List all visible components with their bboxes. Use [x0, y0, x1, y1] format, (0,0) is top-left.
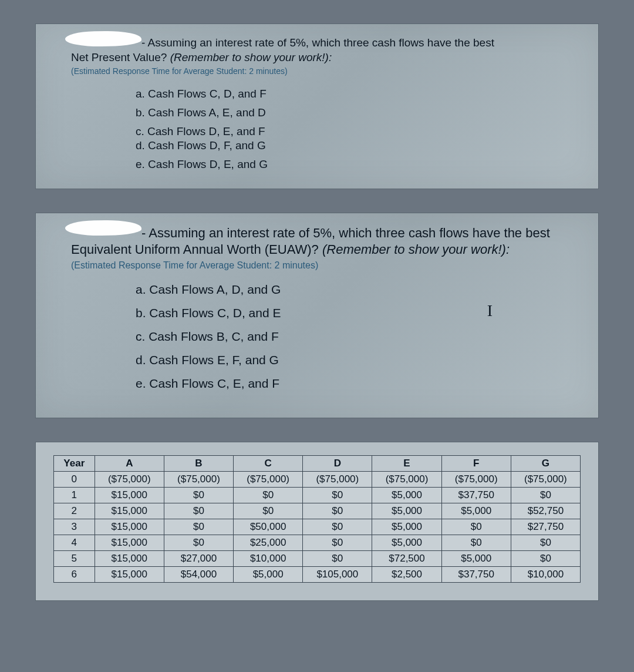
table-cell: $15,000: [95, 487, 164, 503]
table-cell: $2,500: [372, 566, 441, 582]
q2-opt-c: c. Cash Flows B, C, and F: [136, 330, 575, 344]
table-cell: $15,000: [95, 550, 164, 566]
q2-opt-d: d. Cash Flows E, F, and G: [136, 353, 575, 367]
col-c: C: [234, 455, 303, 471]
table-cell: $0: [164, 535, 233, 550]
q2-options: a. Cash Flows A, D, and G b. Cash Flows …: [136, 283, 575, 391]
col-b: B: [164, 455, 233, 471]
q2-opt-a: a. Cash Flows A, D, and G: [136, 283, 575, 297]
table-cell: $10,000: [234, 550, 303, 566]
table-cell: $50,000: [234, 519, 303, 535]
table-cell: $25,000: [234, 535, 303, 550]
table-cell: ($75,000): [303, 471, 372, 487]
table-row: 1$15,000$0$0$0$5,000$37,750$0: [54, 487, 581, 503]
table-cell: $37,750: [441, 487, 511, 503]
table-cell: 5: [54, 550, 95, 566]
table-cell: $0: [511, 535, 580, 550]
q1-prompt: - Assuming an interest rate of 5%, which…: [71, 36, 575, 77]
q1-lead: - Assuming an interest rate of 5%, which…: [141, 36, 575, 51]
table-cell: $0: [441, 519, 511, 535]
col-year: Year: [54, 455, 95, 471]
table-cell: 3: [54, 519, 95, 535]
table-cell: 0: [54, 471, 95, 487]
table-cell: $15,000: [95, 535, 164, 550]
table-cell: $27,000: [164, 550, 233, 566]
table-cell: $37,750: [441, 566, 511, 582]
table-cell: $0: [303, 503, 372, 519]
table-cell: $10,000: [511, 566, 580, 582]
table-cell: ($75,000): [95, 471, 164, 487]
table-row: 4$15,000$0$25,000$0$5,000$0$0: [54, 535, 581, 550]
table-cell: ($75,000): [372, 471, 441, 487]
q1-line2b: (Remember to show your work!):: [170, 51, 332, 63]
table-cell: $72,500: [372, 550, 441, 566]
q1-opt-c: c. Cash Flows D, E, and F: [136, 125, 575, 138]
table-cell: $15,000: [95, 503, 164, 519]
table-cell: $5,000: [372, 519, 441, 535]
q2-line2a: Equivalent Uniform Annual Worth (EUAW)?: [71, 242, 322, 257]
table-cell: $0: [441, 535, 511, 550]
q1-line2a: Net Present Value?: [71, 51, 170, 63]
text-cursor-icon: I: [487, 301, 493, 320]
q1-opt-e: e. Cash Flows D, E, and G: [136, 158, 575, 171]
q1-opt-a: a. Cash Flows C, D, and F: [136, 88, 575, 100]
table-cell: $0: [234, 503, 303, 519]
q1-opt-d: d. Cash Flows D, F, and G: [136, 139, 575, 152]
q1-opt-b: b. Cash Flows A, E, and D: [136, 106, 575, 119]
table-cell: $0: [303, 487, 372, 503]
col-a: A: [95, 455, 164, 471]
table-cell: $5,000: [441, 503, 511, 519]
table-cell: $0: [511, 487, 580, 503]
q2-opt-e: e. Cash Flows C, E, and F: [136, 377, 575, 391]
q1-estimate: (Estimated Response Time for Average Stu…: [71, 66, 575, 76]
table-cell: $0: [164, 503, 233, 519]
table-cell: $0: [303, 535, 372, 550]
q2-opt-b: b. Cash Flows C, D, and E: [136, 306, 575, 320]
q2-line2b: (Remember to show your work!):: [322, 242, 510, 257]
table-cell: $54,000: [164, 566, 233, 582]
col-f: F: [441, 455, 511, 471]
table-cell: $0: [303, 519, 372, 535]
table-cell: 4: [54, 535, 95, 550]
table-cell: $15,000: [95, 519, 164, 535]
table-cell: ($75,000): [441, 471, 511, 487]
table-cell: $15,000: [95, 566, 164, 582]
table-cell: $0: [303, 550, 372, 566]
table-cell: ($75,000): [234, 471, 303, 487]
table-row: 3$15,000$0$50,000$0$5,000$0$27,750: [54, 519, 581, 535]
table-cell: 1: [54, 487, 95, 503]
q2-estimate: (Estimated Response Time for Average Stu…: [71, 260, 575, 272]
table-row: 5$15,000$27,000$10,000$0$72,500$5,000$0: [54, 550, 581, 566]
cashflow-table: Year A B C D E F G 0($75,000)($75,000)($…: [53, 455, 581, 583]
table-cell: $27,750: [511, 519, 580, 535]
table-cell: $5,000: [372, 487, 441, 503]
table-cell: $0: [164, 487, 233, 503]
table-cell: $0: [164, 519, 233, 535]
redaction-mark: [65, 219, 141, 236]
table-cell: ($75,000): [511, 471, 580, 487]
table-cell: ($75,000): [164, 471, 233, 487]
question-2-block: I - Assuming an interest rate of 5%, whi…: [35, 213, 599, 418]
table-cell: $5,000: [372, 503, 441, 519]
table-cell: $0: [511, 550, 580, 566]
col-g: G: [511, 455, 580, 471]
table-cell: 2: [54, 503, 95, 519]
table-header-row: Year A B C D E F G: [54, 455, 581, 471]
col-e: E: [372, 455, 441, 471]
table-row: 0($75,000)($75,000)($75,000)($75,000)($7…: [54, 471, 581, 487]
q2-lead: - Assuming an interest rate of 5%, which…: [141, 225, 575, 242]
table-cell: $52,750: [511, 503, 580, 519]
table-cell: $5,000: [234, 566, 303, 582]
table-row: 2$15,000$0$0$0$5,000$5,000$52,750: [54, 503, 581, 519]
table-cell: $0: [234, 487, 303, 503]
table-row: 6$15,000$54,000$5,000$105,000$2,500$37,7…: [54, 566, 581, 582]
table-cell: 6: [54, 566, 95, 582]
cashflow-table-block: Year A B C D E F G 0($75,000)($75,000)($…: [35, 442, 599, 601]
q1-options: a. Cash Flows C, D, and F b. Cash Flows …: [136, 88, 575, 171]
table-cell: $105,000: [303, 566, 372, 582]
q2-prompt: - Assuming an interest rate of 5%, which…: [71, 225, 575, 272]
table-cell: $5,000: [372, 535, 441, 550]
table-cell: $5,000: [441, 550, 511, 566]
col-d: D: [303, 455, 372, 471]
question-1-block: - Assuming an interest rate of 5%, which…: [35, 23, 599, 189]
